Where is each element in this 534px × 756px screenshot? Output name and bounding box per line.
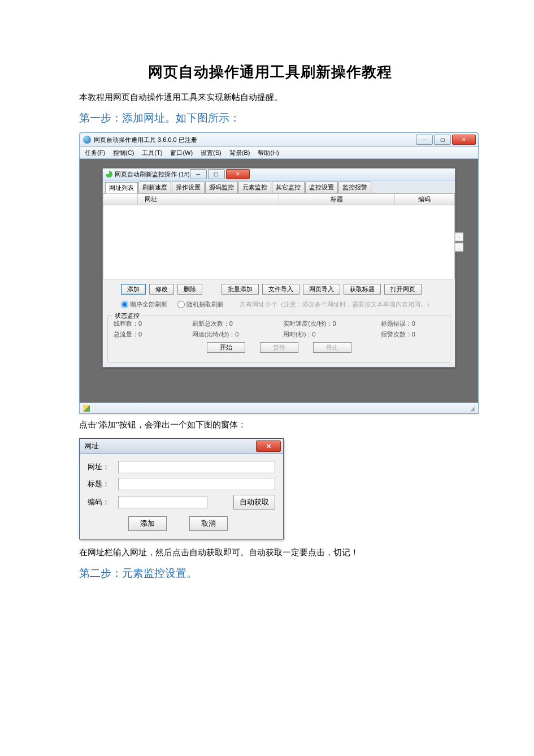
tab-refresh-speed[interactable]: 刷新速度: [138, 182, 171, 193]
dialog-titlebar: 网址 ✕: [80, 439, 283, 454]
titlebar: 网页自动操作通用工具 3.6.0.0 已注册 ─ ▢ ✕: [80, 133, 478, 147]
menubar: 任务(F) 控制(C) 工具(T) 窗口(W) 设置(S) 背景(B) 帮助(H…: [80, 147, 478, 159]
refresh-mode-row: 顺序全部刷新 随机抽取刷新 共有网址 0 个（注意：添加多个网址时，需要按文本单…: [103, 298, 455, 312]
alert-value: 0: [412, 331, 415, 338]
random-radio[interactable]: 随机抽取刷新: [177, 300, 224, 309]
child-window: 网页自动刷新监控操作 (1#) ─ ▢ ✕ 网址列表 刷新速度 操作设置 源码监…: [102, 168, 455, 368]
tabstrip: 网址列表 刷新速度 操作设置 源码监控 元素监控 其它监控 监控设置 监控报警: [103, 180, 455, 193]
tab-operation[interactable]: 操作设置: [172, 182, 205, 193]
time-value: 0: [312, 331, 315, 338]
column-title: 标题: [279, 194, 395, 205]
url-dialog: 网址 ✕ 网址： 标题： 编码： 自动获取 添加 取消: [79, 438, 284, 539]
total-refresh-value: 0: [229, 320, 233, 327]
status-legend: 状态监控: [112, 312, 142, 320]
column-encoding: 编码: [395, 194, 454, 205]
traffic-label: 总流量：: [114, 331, 138, 338]
total-refresh-label: 刷新总次数：: [192, 320, 229, 327]
tab-monitor-settings[interactable]: 监控设置: [305, 182, 338, 193]
speed-value: 0: [333, 320, 336, 327]
tab-panel: 网址 标题 编码 ↑ ↓ 添加 修改 删除: [103, 193, 455, 362]
dialog-close-button[interactable]: ✕: [256, 440, 281, 452]
title-err-label: 标题错误：: [381, 320, 412, 327]
document-intro: 本教程用网页自动操作通用工具来实现新帖自动提醒。: [79, 92, 461, 103]
document-title: 网页自动操作通用工具刷新操作教程: [79, 62, 461, 82]
speed-label: 实时速度(次/秒)：: [283, 320, 332, 327]
tab-source-monitor[interactable]: 源码监控: [205, 182, 238, 193]
child-title-text: 网页自动刷新监控操作 (1#): [115, 170, 190, 179]
auto-get-button[interactable]: 自动获取: [233, 495, 275, 509]
menu-control[interactable]: 控制(C): [110, 148, 137, 158]
tab-url-list[interactable]: 网址列表: [105, 182, 138, 193]
pause-button[interactable]: 暂停: [260, 342, 298, 353]
minimize-button[interactable]: ─: [416, 135, 433, 145]
move-up-button[interactable]: ↑: [455, 233, 463, 241]
status-group: 状态监控 线程数：0 刷新总次数：0 实时速度(次/秒)：0 标题错误：0 总流…: [107, 316, 450, 362]
child-close-button[interactable]: ✕: [226, 169, 250, 179]
child-maximize-button[interactable]: ▢: [208, 169, 225, 179]
traffic-value: 0: [138, 331, 142, 338]
url-list-header: 网址 标题 编码: [103, 193, 455, 205]
sequential-radio[interactable]: 顺序全部刷新: [121, 300, 167, 309]
column-url: 网址: [138, 194, 279, 205]
maximize-button[interactable]: ▢: [434, 135, 451, 145]
app-window: 网页自动操作通用工具 3.6.0.0 已注册 ─ ▢ ✕ 任务(F) 控制(C)…: [79, 132, 479, 414]
menu-help[interactable]: 帮助(H): [255, 148, 281, 158]
edit-icon: [83, 405, 90, 412]
stop-button[interactable]: 停止: [313, 342, 351, 353]
title-err-value: 0: [412, 320, 415, 327]
encoding-input[interactable]: [118, 496, 207, 508]
dialog-title-text: 网址: [84, 441, 99, 451]
open-page-button[interactable]: 打开网页: [384, 284, 422, 295]
url-input[interactable]: [118, 461, 275, 473]
delete-button[interactable]: 删除: [177, 284, 202, 295]
app-title: 网页自动操作通用工具 3.6.0.0 已注册: [94, 136, 197, 144]
threads-label: 线程数：: [114, 320, 138, 327]
step2-heading: 第二步：元素监控设置。: [79, 566, 461, 581]
net-label: 网速(比特/秒)：: [192, 331, 235, 338]
statusbar: ◢: [80, 403, 478, 413]
menu-settings[interactable]: 设置(S): [198, 148, 224, 158]
time-label: 用时(秒)：: [283, 331, 312, 338]
click-add-text: 点击"添加"按钮，会弹出一个如下图的窗体：: [79, 420, 461, 430]
file-import-button[interactable]: 文件导入: [262, 284, 299, 295]
edit-button[interactable]: 修改: [149, 284, 174, 295]
tab-other-monitor[interactable]: 其它监控: [272, 182, 305, 193]
tab-monitor-alert[interactable]: 监控报警: [338, 182, 371, 193]
get-title-button[interactable]: 获取标题: [344, 284, 381, 295]
app-icon: [83, 136, 91, 144]
threads-value: 0: [138, 320, 142, 327]
step1-heading: 第一步：添加网址。如下图所示：: [79, 111, 461, 126]
alert-label: 报警次数：: [381, 331, 412, 338]
url-count-hint: 共有网址 0 个（注意：添加多个网址时，需要按文本单项内容相同。）: [240, 300, 433, 309]
refresh-icon: [106, 171, 112, 178]
url-label: 网址：: [88, 462, 115, 472]
child-titlebar: 网页自动刷新监控操作 (1#) ─ ▢ ✕: [103, 169, 455, 180]
batch-add-button[interactable]: 批量添加: [222, 284, 259, 295]
dialog-cancel-button[interactable]: 取消: [189, 516, 228, 531]
button-row: 添加 修改 删除 批量添加 文件导入 网页导入 获取标题 打开网页: [103, 279, 455, 298]
start-button[interactable]: 开始: [207, 342, 245, 353]
add-button[interactable]: 添加: [121, 284, 146, 295]
url-list-body[interactable]: ↑ ↓: [103, 205, 455, 279]
menu-window[interactable]: 窗口(W): [167, 148, 196, 158]
encoding-label: 编码：: [88, 497, 115, 507]
menu-background[interactable]: 背景(B): [227, 148, 253, 158]
menu-tools[interactable]: 工具(T): [139, 148, 165, 158]
menu-file[interactable]: 任务(F): [82, 148, 108, 158]
move-down-button[interactable]: ↓: [455, 243, 463, 252]
web-import-button[interactable]: 网页导入: [303, 284, 340, 295]
net-value: 0: [235, 331, 238, 338]
tab-element-monitor[interactable]: 元素监控: [238, 182, 271, 193]
title-label: 标题：: [88, 479, 115, 489]
after-dialog-text: 在网址栏输入网址，然后点击自动获取即可。自动获取一定要点击，切记！: [79, 547, 461, 558]
dialog-add-button[interactable]: 添加: [128, 516, 167, 531]
child-minimize-button[interactable]: ─: [190, 169, 207, 179]
resize-grip-icon[interactable]: ◢: [470, 405, 475, 412]
title-input[interactable]: [118, 478, 275, 490]
close-button[interactable]: ✕: [452, 135, 476, 145]
